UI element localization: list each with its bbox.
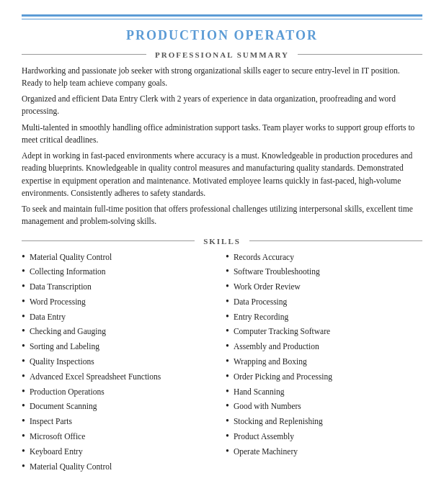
summary-section-divider: Professional Summary [22, 50, 422, 59]
skill-right-item: Work Order Review [226, 281, 422, 293]
skills-right-column: Records AccuracySoftware Troubleshooting… [226, 251, 422, 476]
skill-right-item: Order Picking and Processing [226, 371, 422, 383]
skill-right-item: Hand Scanning [226, 386, 422, 398]
summary-para-4: Adept in working in fast-paced environme… [22, 150, 422, 199]
skill-left-item: Data Entry [22, 311, 218, 323]
skill-right-item: Computer Tracking Software [226, 325, 422, 338]
skill-right-item: Entry Recording [226, 311, 422, 323]
skill-left-item: Quality Inspections [22, 356, 218, 368]
skills-section-title: Skills [200, 237, 244, 246]
skills-container: Material Quality ControlCollecting Infor… [22, 251, 422, 476]
skills-divider-right [249, 240, 422, 241]
skill-right-item: Stocking and Replenishing [226, 415, 422, 428]
summary-content: Hardworking and passionate job seeker wi… [22, 65, 422, 228]
skill-left-item: Collecting Information [22, 266, 218, 278]
skill-left-item: Sorting and Labeling [22, 341, 218, 353]
skills-divider-left [22, 240, 195, 241]
skill-left-item: Material Quality Control [22, 251, 218, 264]
skill-left-item: Data Transcription [22, 281, 218, 293]
skill-right-item: Records Accuracy [226, 251, 422, 264]
skill-left-item: Advanced Excel Spreadsheet Functions [22, 371, 218, 383]
skills-left-column: Material Quality ControlCollecting Infor… [22, 251, 218, 476]
skill-right-item: Software Troubleshooting [226, 266, 422, 278]
summary-para-5: To seek and maintain full-time position … [22, 203, 422, 228]
skill-right-item: Product Assembly [226, 431, 422, 443]
summary-para-1: Hardworking and passionate job seeker wi… [22, 65, 422, 90]
skill-right-item: Data Processing [226, 296, 422, 308]
page-title: Production Operator [22, 28, 422, 43]
divider-right [298, 54, 422, 55]
border-thin [22, 19, 422, 19]
skill-left-item: Production Operations [22, 386, 218, 398]
skill-left-item: Checking and Gauging [22, 325, 218, 338]
skills-section-divider: Skills [22, 237, 422, 246]
skill-left-item: Inspect Parts [22, 415, 218, 428]
skill-left-item: Material Quality Control [22, 461, 218, 473]
summary-para-2: Organized and efficient Data Entry Clerk… [22, 93, 422, 118]
border-thick [22, 14, 422, 17]
skill-left-item: Document Scanning [22, 400, 218, 413]
summary-section-title: Professional Summary [152, 50, 292, 59]
skill-left-item: Keyboard Entry [22, 446, 218, 458]
summary-para-3: Multi-talented in smoothly handling offi… [22, 122, 422, 147]
divider-left [22, 54, 146, 55]
skill-right-item: Good with Numbers [226, 400, 422, 413]
top-border [22, 14, 422, 19]
skill-right-item: Wrapping and Boxing [226, 356, 422, 368]
page-container: Production Operator Professional Summary… [22, 14, 422, 475]
skill-right-item: Assembly and Production [226, 341, 422, 353]
skill-right-item: Operate Machinery [226, 446, 422, 458]
skill-left-item: Microsoft Office [22, 431, 218, 443]
skill-left-item: Word Processing [22, 296, 218, 308]
